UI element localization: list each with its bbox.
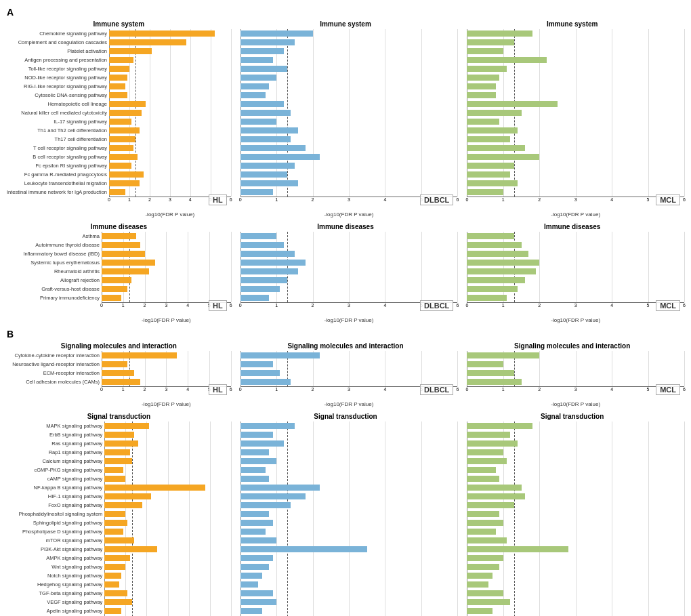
bar-row	[467, 545, 684, 554]
bar-row	[467, 38, 684, 47]
figure: A Immune system Chemokine signaling path…	[7, 7, 684, 616]
bar-row	[102, 241, 231, 249]
bar-row	[240, 285, 458, 293]
bar	[240, 260, 306, 266]
bar-row	[240, 38, 458, 47]
signal-mol-dlbcl-chart: 0 1 2 3 4 5 6 -log10(FDR P value) DLBCL	[240, 351, 458, 407]
bar-row	[102, 276, 231, 285]
immune-diseases-hl-panel: Immune diseases Asthma Autoimmune thyroi…	[7, 223, 231, 323]
bar-row	[240, 501, 458, 510]
bar-row	[467, 607, 684, 615]
bar-row	[104, 430, 230, 439]
bar-row	[240, 170, 458, 179]
bar	[109, 39, 186, 45]
bar-row	[467, 448, 684, 457]
bar	[104, 432, 133, 438]
bar	[104, 493, 150, 499]
immune-system-y-labels: Chemokine signaling pathway Complement a…	[7, 29, 109, 218]
bar-row	[467, 518, 684, 527]
bar	[467, 537, 507, 543]
bar-row	[109, 161, 231, 170]
bar-row	[467, 126, 684, 135]
bar-row	[104, 448, 230, 457]
bar	[109, 119, 131, 125]
bar-row	[240, 29, 458, 38]
immune-diseases-y-labels: Asthma Autoimmune thyroid disease Inflam…	[7, 232, 102, 323]
bar-row	[109, 73, 231, 82]
bar	[240, 352, 320, 358]
bar	[240, 493, 306, 499]
bar-row	[104, 439, 230, 448]
immune-system-mcl-panel: Immune system	[460, 20, 684, 218]
bar-row	[467, 258, 684, 267]
bar	[240, 110, 291, 116]
bar-row	[240, 510, 458, 518]
bar	[467, 163, 514, 169]
bar-row	[240, 439, 458, 448]
bar	[240, 242, 284, 248]
bar	[467, 119, 499, 125]
bar-row	[467, 351, 684, 360]
bar	[240, 30, 313, 37]
panel-label-mcl-is: MCL	[656, 194, 680, 205]
bar	[240, 295, 270, 301]
bar	[467, 581, 488, 588]
signal-mol-dlbcl-title: Signaling molecules and interaction	[234, 342, 458, 350]
bar	[102, 260, 155, 266]
bar	[102, 268, 149, 274]
bar-row	[104, 492, 230, 501]
bar-row	[240, 351, 458, 360]
bar-row	[109, 56, 231, 64]
bar-row	[104, 571, 230, 580]
bar	[109, 75, 127, 81]
immune-diseases-mcl-title: Immune diseases	[460, 223, 684, 230]
section-a-label: A	[7, 7, 684, 18]
bar	[104, 458, 131, 464]
bar	[240, 154, 320, 160]
bar-row	[467, 73, 684, 82]
bar-row	[102, 232, 231, 241]
bar	[467, 92, 496, 98]
bar	[240, 233, 276, 239]
bar	[109, 110, 142, 116]
bar	[102, 379, 140, 385]
bar-row	[104, 598, 230, 607]
signal-trans-dlbcl-chart: 0 1 2 3 4 5 6 -log10(FDR P value) DLBCL	[240, 422, 458, 616]
bar	[104, 555, 129, 561]
signal-mol-mcl-title: Signaling molecules and interaction	[460, 342, 684, 350]
signal-trans-y-labels: MAPK signaling pathway ErbB signaling pa…	[7, 422, 104, 616]
bar	[467, 136, 510, 142]
bar-row	[467, 152, 684, 161]
bar-row	[467, 91, 684, 100]
immune-diseases-mcl-panel: Immune diseases 0 1	[460, 223, 684, 323]
bar	[109, 145, 133, 151]
bar	[240, 537, 276, 543]
bar	[104, 529, 123, 535]
bar	[240, 449, 270, 455]
bar	[240, 520, 273, 526]
bar	[240, 101, 284, 107]
immune-system-dlbcl-title: Immune system	[234, 20, 458, 28]
bar-row	[240, 607, 458, 615]
bar-row	[467, 554, 684, 562]
bar-row	[467, 161, 684, 170]
bar	[467, 379, 521, 385]
immune-system-mcl-title: Immune system	[460, 20, 684, 28]
bar	[104, 608, 121, 614]
bar	[240, 92, 266, 98]
bar-row	[467, 135, 684, 144]
bar	[104, 581, 119, 588]
bar	[104, 573, 121, 579]
bar-row	[240, 47, 458, 56]
panel-label-dlbcl-sm: DLBCL	[420, 384, 453, 395]
bar-row	[467, 232, 684, 241]
bar-row	[240, 152, 458, 161]
bar	[467, 423, 532, 429]
empty-ylabels	[234, 29, 240, 218]
bar	[240, 66, 287, 72]
bar	[104, 590, 127, 596]
bar-row	[104, 589, 230, 598]
bar-row	[467, 82, 684, 91]
bar	[467, 476, 499, 482]
bar	[102, 242, 140, 248]
